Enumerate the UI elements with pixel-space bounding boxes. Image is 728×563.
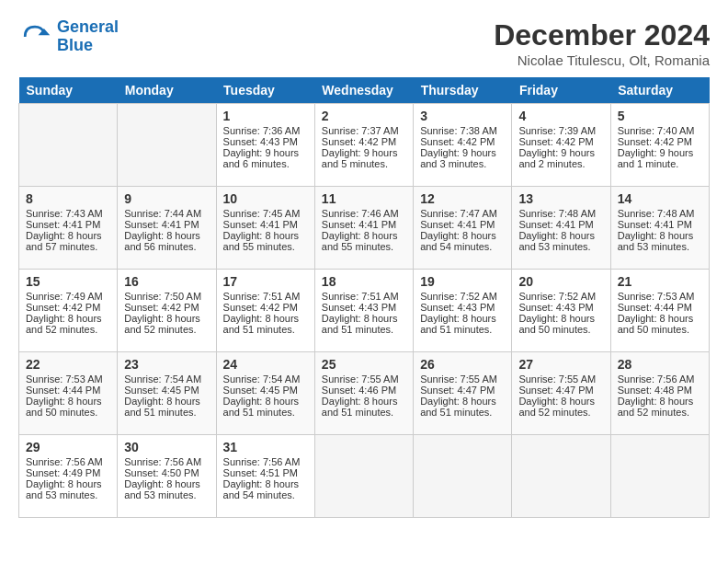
calendar-cell: 1 Sunrise: 7:36 AM Sunset: 4:43 PM Dayli…	[216, 104, 314, 187]
header-row: SundayMondayTuesdayWednesdayThursdayFrid…	[19, 77, 710, 104]
col-header-friday: Friday	[512, 77, 610, 104]
calendar-cell: 13 Sunrise: 7:48 AM Sunset: 4:41 PM Dayl…	[512, 187, 610, 270]
calendar-cell	[19, 104, 118, 187]
logo-icon	[18, 20, 51, 53]
col-header-monday: Monday	[118, 77, 216, 104]
calendar-cell: 12 Sunrise: 7:47 AM Sunset: 4:41 PM Dayl…	[414, 187, 512, 270]
calendar-cell: 18 Sunrise: 7:51 AM Sunset: 4:43 PM Dayl…	[314, 270, 413, 352]
col-header-saturday: Saturday	[610, 77, 709, 104]
calendar-cell: 25 Sunrise: 7:55 AM Sunset: 4:46 PM Dayl…	[314, 352, 413, 435]
calendar-cell: 15 Sunrise: 7:49 AM Sunset: 4:42 PM Dayl…	[19, 270, 118, 352]
calendar-cell: 31 Sunrise: 7:56 AM Sunset: 4:51 PM Dayl…	[216, 435, 314, 518]
col-header-sunday: Sunday	[19, 77, 118, 104]
page-header: General Blue December 2024 Nicolae Titul…	[18, 18, 710, 68]
calendar-cell	[314, 435, 413, 518]
calendar-cell: 17 Sunrise: 7:51 AM Sunset: 4:42 PM Dayl…	[216, 270, 314, 352]
calendar-cell	[610, 435, 709, 518]
calendar-cell: 4 Sunrise: 7:39 AM Sunset: 4:42 PM Dayli…	[512, 104, 610, 187]
calendar-cell: 22 Sunrise: 7:53 AM Sunset: 4:44 PM Dayl…	[19, 352, 118, 435]
logo-line1: General	[57, 17, 119, 36]
calendar-cell: 23 Sunrise: 7:54 AM Sunset: 4:45 PM Dayl…	[118, 352, 216, 435]
calendar-cell: 20 Sunrise: 7:52 AM Sunset: 4:43 PM Dayl…	[512, 270, 610, 352]
calendar-cell: 2 Sunrise: 7:37 AM Sunset: 4:42 PM Dayli…	[314, 104, 413, 187]
calendar-cell: 14 Sunrise: 7:48 AM Sunset: 4:41 PM Dayl…	[610, 187, 709, 270]
col-header-tuesday: Tuesday	[216, 77, 314, 104]
week-row-2: 8 Sunrise: 7:43 AM Sunset: 4:41 PM Dayli…	[19, 187, 710, 270]
logo-line2: Blue	[57, 36, 93, 54]
calendar-cell: 28 Sunrise: 7:56 AM Sunset: 4:48 PM Dayl…	[610, 352, 709, 435]
title-area: December 2024 Nicolae Titulescu, Olt, Ro…	[494, 18, 710, 68]
week-row-4: 22 Sunrise: 7:53 AM Sunset: 4:44 PM Dayl…	[19, 352, 710, 435]
calendar-cell: 11 Sunrise: 7:46 AM Sunset: 4:41 PM Dayl…	[314, 187, 413, 270]
calendar-cell: 10 Sunrise: 7:45 AM Sunset: 4:41 PM Dayl…	[216, 187, 314, 270]
calendar-cell: 8 Sunrise: 7:43 AM Sunset: 4:41 PM Dayli…	[19, 187, 118, 270]
calendar-cell: 29 Sunrise: 7:56 AM Sunset: 4:49 PM Dayl…	[19, 435, 118, 518]
calendar-cell: 3 Sunrise: 7:38 AM Sunset: 4:42 PM Dayli…	[414, 104, 512, 187]
svg-rect-0	[18, 20, 51, 53]
svg-marker-1	[39, 29, 51, 35]
calendar-cell	[118, 104, 216, 187]
week-row-1: 1 Sunrise: 7:36 AM Sunset: 4:43 PM Dayli…	[19, 104, 710, 187]
col-header-wednesday: Wednesday	[314, 77, 413, 104]
calendar-cell: 5 Sunrise: 7:40 AM Sunset: 4:42 PM Dayli…	[610, 104, 709, 187]
calendar-cell: 21 Sunrise: 7:53 AM Sunset: 4:44 PM Dayl…	[610, 270, 709, 352]
logo: General Blue	[18, 18, 119, 55]
calendar-cell: 19 Sunrise: 7:52 AM Sunset: 4:43 PM Dayl…	[414, 270, 512, 352]
week-row-5: 29 Sunrise: 7:56 AM Sunset: 4:49 PM Dayl…	[19, 435, 710, 518]
week-row-3: 15 Sunrise: 7:49 AM Sunset: 4:42 PM Dayl…	[19, 270, 710, 352]
calendar-cell: 26 Sunrise: 7:55 AM Sunset: 4:47 PM Dayl…	[414, 352, 512, 435]
col-header-thursday: Thursday	[414, 77, 512, 104]
calendar-table: SundayMondayTuesdayWednesdayThursdayFrid…	[18, 77, 710, 518]
calendar-cell	[512, 435, 610, 518]
calendar-cell	[414, 435, 512, 518]
calendar-cell: 30 Sunrise: 7:56 AM Sunset: 4:50 PM Dayl…	[118, 435, 216, 518]
calendar-cell: 27 Sunrise: 7:55 AM Sunset: 4:47 PM Dayl…	[512, 352, 610, 435]
calendar-cell: 9 Sunrise: 7:44 AM Sunset: 4:41 PM Dayli…	[118, 187, 216, 270]
calendar-cell: 24 Sunrise: 7:54 AM Sunset: 4:45 PM Dayl…	[216, 352, 314, 435]
calendar-cell: 16 Sunrise: 7:50 AM Sunset: 4:42 PM Dayl…	[118, 270, 216, 352]
month-title: December 2024	[494, 18, 710, 52]
location: Nicolae Titulescu, Olt, Romania	[494, 52, 710, 68]
